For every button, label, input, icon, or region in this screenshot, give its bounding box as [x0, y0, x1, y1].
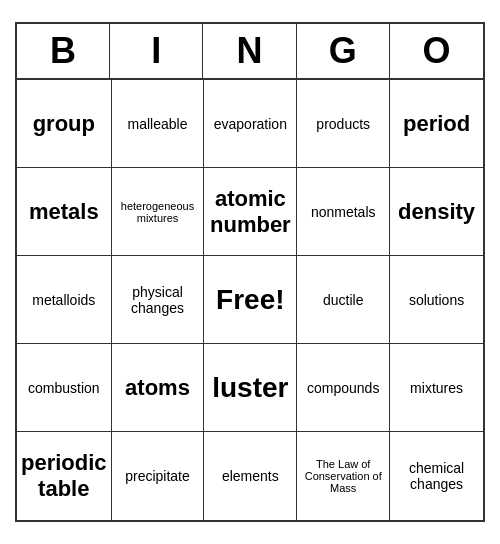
header-i: I [110, 24, 203, 78]
cell-18: compounds [297, 344, 390, 432]
header-o: O [390, 24, 483, 78]
cell-24: chemical changes [390, 432, 483, 520]
cell-23: The Law of Conservation of Mass [297, 432, 390, 520]
cell-1: malleable [112, 80, 205, 168]
cell-0: group [17, 80, 112, 168]
cell-11: physical changes [112, 256, 205, 344]
cell-8: nonmetals [297, 168, 390, 256]
bingo-card: B I N G O groupmalleableevaporationprodu… [15, 22, 485, 522]
cell-21: precipitate [112, 432, 205, 520]
cell-12: Free! [204, 256, 297, 344]
bingo-header: B I N G O [17, 24, 483, 80]
cell-5: metals [17, 168, 112, 256]
cell-17: luster [204, 344, 297, 432]
cell-10: metalloids [17, 256, 112, 344]
cell-7: atomic number [204, 168, 297, 256]
cell-19: mixtures [390, 344, 483, 432]
cell-14: solutions [390, 256, 483, 344]
cell-13: ductile [297, 256, 390, 344]
cell-20: periodic table [17, 432, 112, 520]
cell-2: evaporation [204, 80, 297, 168]
cell-16: atoms [112, 344, 205, 432]
bingo-grid: groupmalleableevaporationproductsperiodm… [17, 80, 483, 520]
header-b: B [17, 24, 110, 78]
cell-6: heterogeneous mixtures [112, 168, 205, 256]
cell-15: combustion [17, 344, 112, 432]
cell-22: elements [204, 432, 297, 520]
cell-4: period [390, 80, 483, 168]
cell-3: products [297, 80, 390, 168]
header-g: G [297, 24, 390, 78]
header-n: N [203, 24, 296, 78]
cell-9: density [390, 168, 483, 256]
